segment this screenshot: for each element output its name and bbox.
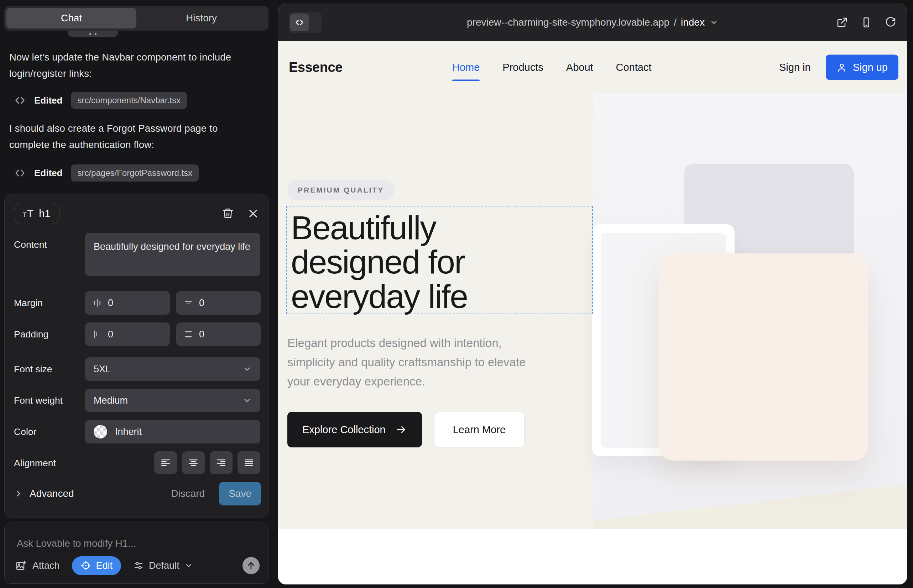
url-separator: / — [674, 17, 677, 28]
align-justify-button[interactable] — [238, 451, 260, 474]
padding-vertical-icon — [183, 329, 193, 339]
explore-collection-button[interactable]: Explore Collection — [287, 412, 422, 447]
color-select[interactable]: Inherit — [85, 420, 260, 444]
margin-vertical-icon — [183, 298, 193, 308]
margin-x-input[interactable]: 0 — [85, 291, 170, 315]
preview-url[interactable]: preview--charming-site-symphony.lovable.… — [467, 17, 718, 28]
site-logo[interactable]: Essence — [289, 60, 343, 75]
learn-more-button[interactable]: Learn More — [434, 412, 524, 447]
delete-element-button[interactable] — [222, 207, 234, 220]
font-weight-select[interactable]: Medium — [85, 389, 260, 412]
align-right-button[interactable] — [210, 451, 233, 474]
edited-file-row[interactable]: Edited src/pages/ForgotPassword.tsx — [14, 165, 199, 181]
edited-file-row[interactable]: Edited src/components/Navbar.tsx — [14, 92, 187, 109]
chat-composer[interactable]: Ask Lovable to modify H1... Attach Edit — [4, 522, 269, 584]
attach-button[interactable]: Attach — [15, 560, 60, 571]
content-label: Content — [14, 239, 47, 250]
element-inspector-panel: тT h1 Content Beautifully designed for e… — [4, 194, 269, 518]
chevron-down-icon — [710, 18, 718, 27]
margin-label: Margin — [14, 297, 43, 309]
tab-chat[interactable]: Chat — [6, 8, 136, 29]
discard-button[interactable]: Discard — [171, 488, 205, 499]
sign-in-link[interactable]: Sign in — [779, 61, 811, 73]
file-path-badge[interactable]: src/pages/ForgotPassword.tsx — [71, 165, 199, 181]
chevron-right-icon — [14, 489, 23, 498]
edited-label: Edited — [34, 168, 62, 179]
font-weight-label: Font weight — [14, 395, 63, 406]
padding-x-input[interactable]: 0 — [85, 323, 170, 346]
lovable-app: Chat History Now let's update the Navbar… — [0, 0, 913, 588]
padding-horizontal-icon — [92, 329, 102, 339]
selected-element-outline[interactable]: Beautifully designed for everyday life — [286, 206, 593, 314]
edit-mode-button[interactable]: Edit — [72, 556, 121, 575]
code-view-toggle[interactable] — [289, 12, 322, 33]
assistant-message: Now let's update the Navbar component to… — [9, 49, 237, 82]
margin-horizontal-icon — [92, 298, 102, 308]
align-center-button[interactable] — [182, 451, 205, 474]
hero-headline[interactable]: Beautifully designed for everyday life — [291, 211, 512, 313]
code-icon — [14, 167, 26, 179]
premium-quality-badge: PREMIUM QUALITY — [287, 180, 394, 200]
content-input[interactable]: Beautifully designed for everyday life — [85, 233, 260, 276]
padding-y-input[interactable]: 0 — [176, 323, 261, 346]
next-section-background — [278, 529, 907, 585]
refresh-button[interactable] — [885, 17, 896, 28]
alignment-label: Alignment — [14, 458, 56, 469]
close-inspector-button[interactable] — [248, 208, 259, 219]
save-button[interactable]: Save — [219, 482, 261, 506]
site-navbar: Essence Home Products About Contact Sign… — [278, 41, 907, 94]
arrow-right-icon — [396, 424, 407, 435]
advanced-toggle[interactable]: Advanced — [14, 488, 74, 499]
user-icon — [837, 62, 847, 73]
file-path-badge[interactable]: src/components/Navbar.tsx — [71, 92, 186, 109]
code-icon — [290, 13, 309, 31]
margin-y-input[interactable]: 0 — [176, 291, 261, 315]
arrow-up-icon — [246, 561, 256, 570]
scrolled-badge-partial — [68, 31, 118, 37]
composer-placeholder[interactable]: Ask Lovable to modify H1... — [17, 538, 136, 549]
hero-subtitle: Elegant products designed with intention… — [287, 333, 537, 391]
preview-topbar: preview--charming-site-symphony.lovable.… — [278, 3, 907, 41]
chevron-down-icon — [243, 365, 252, 374]
nav-link-home[interactable]: Home — [452, 61, 480, 73]
send-button[interactable] — [243, 557, 260, 574]
crosshair-icon — [81, 560, 91, 571]
url-host: preview--charming-site-symphony.lovable.… — [467, 17, 669, 28]
mobile-view-button[interactable] — [861, 17, 872, 28]
sign-up-button[interactable]: Sign up — [826, 55, 898, 80]
decor-card-cream — [659, 254, 868, 460]
open-external-button[interactable] — [837, 17, 848, 28]
nav-link-about[interactable]: About — [566, 61, 593, 73]
typography-icon: тT — [23, 207, 34, 220]
nav-link-products[interactable]: Products — [502, 61, 543, 73]
image-plus-icon — [15, 560, 27, 571]
chat-sidebar: Chat History Now let's update the Navbar… — [0, 0, 278, 588]
selected-element-tag: h1 — [39, 208, 50, 220]
align-left-button[interactable] — [154, 451, 177, 474]
code-icon — [14, 95, 26, 106]
padding-label: Padding — [14, 329, 49, 340]
sidebar-tabs: Chat History — [4, 6, 269, 31]
url-page: index — [681, 17, 705, 28]
diagonal-cream-shape — [593, 484, 907, 529]
chevron-down-icon — [185, 561, 193, 570]
font-size-select[interactable]: 5XL — [85, 357, 260, 381]
color-swatch-transparent — [94, 425, 107, 438]
site-content: Essence Home Products About Contact Sign… — [278, 41, 907, 585]
chevron-down-icon — [243, 396, 252, 405]
tab-history[interactable]: History — [136, 8, 266, 29]
edited-label: Edited — [34, 95, 62, 106]
font-size-label: Font size — [14, 364, 52, 375]
color-label: Color — [14, 426, 36, 438]
assistant-message: I should also create a Forgot Password p… — [9, 120, 237, 153]
site-preview-window: preview--charming-site-symphony.lovable.… — [278, 3, 907, 585]
sliders-icon — [133, 560, 144, 571]
selected-element-pill[interactable]: тT h1 — [14, 203, 60, 224]
nav-link-contact[interactable]: Contact — [616, 61, 652, 73]
mode-selector[interactable]: Default — [133, 560, 193, 571]
